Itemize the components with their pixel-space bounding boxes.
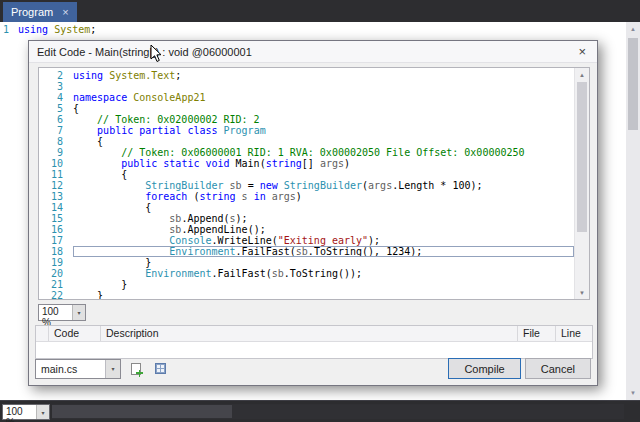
code-text: StringBuilder sb = new StringBuilder(arg… — [73, 180, 574, 191]
line-number: 8 — [39, 136, 73, 147]
code-text: sb.Append(s); — [73, 213, 574, 224]
code-line-15[interactable]: 15 sb.Append(s); — [39, 213, 589, 224]
code-line-6[interactable]: 6 // Token: 0x02000002 RID: 2 — [39, 114, 589, 125]
column-header-file[interactable]: File — [518, 326, 556, 341]
code-line-18[interactable]: 18 Environment.FailFast(sb.ToString(), 1… — [39, 246, 589, 257]
code-line-13[interactable]: 13 foreach (string s in args) — [39, 191, 589, 202]
scroll-down-icon[interactable]: ▼ — [626, 386, 640, 400]
column-header-line[interactable]: Line — [556, 326, 592, 341]
main-bottom-bar: 100 % ▾ — [0, 400, 640, 422]
code-text: // Token: 0x06000001 RID: 1 RVA: 0x00002… — [73, 147, 574, 158]
code-line-2[interactable]: 2using System.Text; — [39, 70, 589, 81]
code-text: using System; — [18, 24, 626, 35]
code-text: } — [73, 279, 574, 290]
cancel-button[interactable]: Cancel — [525, 358, 591, 379]
line-number: 6 — [39, 114, 73, 125]
code-text — [73, 81, 574, 92]
column-header-code[interactable]: Code — [49, 326, 101, 341]
scrollbar-thumb[interactable] — [628, 38, 638, 130]
file-select-combo[interactable]: main.cs ▾ — [35, 359, 121, 379]
code-text: sb.AppendLine(); — [73, 224, 574, 235]
tab-close-icon[interactable]: × — [62, 7, 68, 17]
code-text: } — [73, 257, 574, 268]
dialog-zoom-value: 100 % — [39, 305, 72, 320]
code-line-8[interactable]: 8 { — [39, 136, 589, 147]
close-icon[interactable]: × — [575, 46, 589, 57]
dialog-zoom-combo[interactable]: 100 % ▾ — [38, 304, 86, 321]
tab-program[interactable]: Program × — [3, 2, 77, 22]
code-text: Environment.FailFast(sb.ToString()); — [73, 268, 574, 279]
code-text: public partial class Program — [73, 125, 574, 136]
code-text: } — [73, 290, 574, 300]
compile-button[interactable]: Compile — [448, 358, 520, 379]
code-line-4[interactable]: 4namespace ConsoleApp21 — [39, 92, 589, 103]
code-text: { — [73, 169, 574, 180]
line-number: 2 — [39, 70, 73, 81]
code-line-16[interactable]: 16 sb.AppendLine(); — [39, 224, 589, 235]
line-number: 11 — [39, 169, 73, 180]
add-document-button[interactable] — [125, 359, 146, 378]
line-number: 3 — [39, 81, 73, 92]
code-line-12[interactable]: 12 StringBuilder sb = new StringBuilder(… — [39, 180, 589, 191]
chevron-down-icon[interactable]: ▾ — [36, 405, 49, 419]
dialog-code-editor[interactable]: 2using System.Text;34namespace ConsoleAp… — [38, 67, 590, 300]
code-line-7[interactable]: 7 public partial class Program — [39, 125, 589, 136]
line-number: 21 — [39, 279, 73, 290]
compiler-error-list[interactable]: Code Description File Line — [35, 325, 593, 359]
line-number: 14 — [39, 202, 73, 213]
scroll-up-icon[interactable]: ▲ — [575, 68, 589, 81]
main-zoom-value: 100 % — [3, 405, 36, 419]
dialog-title-bar[interactable]: Edit Code - Main(string[]) : void @06000… — [29, 41, 597, 63]
code-text: { — [73, 103, 574, 114]
line-number: 22 — [39, 290, 73, 300]
code-line-5[interactable]: 5{ — [39, 103, 589, 114]
code-line-21[interactable]: 21 } — [39, 279, 589, 290]
main-zoom-combo[interactable]: 100 % ▾ — [2, 404, 50, 420]
new-document-icon — [131, 363, 141, 375]
scroll-down-icon[interactable]: ▼ — [575, 286, 589, 299]
scrollbar-thumb[interactable] — [577, 82, 587, 232]
scrollbar-thumb[interactable] — [52, 405, 232, 418]
line-number: 10 — [39, 158, 73, 169]
line-number: 18 — [39, 246, 73, 257]
line-number: 20 — [39, 268, 73, 279]
main-editor-vertical-scrollbar[interactable]: ▲ ▼ — [626, 22, 640, 400]
dialog-title: Edit Code - Main(string[]) : void @06000… — [37, 46, 252, 58]
dialog-editor-vertical-scrollbar[interactable]: ▲ ▼ — [574, 68, 589, 299]
dialog-bottom-controls: main.cs ▾ Compile Cancel — [35, 358, 591, 379]
code-line-11[interactable]: 11 { — [39, 169, 589, 180]
code-text: Console.WriteLine("Exiting early"); — [73, 235, 574, 246]
chevron-down-icon[interactable]: ▾ — [72, 305, 85, 320]
background-code-lines: 1using System; — [0, 22, 626, 35]
line-number: 7 — [39, 125, 73, 136]
chevron-down-icon[interactable]: ▾ — [105, 360, 120, 378]
code-line-10[interactable]: 10 public static void Main(string[] args… — [39, 158, 589, 169]
file-select-value: main.cs — [36, 360, 105, 378]
code-line-17[interactable]: 17 Console.WriteLine("Exiting early"); — [39, 235, 589, 246]
code-text: using System.Text; — [73, 70, 574, 81]
line-number: 12 — [39, 180, 73, 191]
dialog-code-lines: 2using System.Text;34namespace ConsoleAp… — [39, 68, 589, 300]
main-horizontal-scrollbar[interactable] — [52, 404, 624, 419]
code-text: foreach (string s in args) — [73, 191, 574, 202]
line-number: 9 — [39, 147, 73, 158]
code-text: { — [73, 136, 574, 147]
scroll-up-icon[interactable]: ▲ — [626, 22, 640, 36]
code-line-20[interactable]: 20 Environment.FailFast(sb.ToString()); — [39, 268, 589, 279]
line-number: 16 — [39, 224, 73, 235]
code-line-1[interactable]: 1using System; — [0, 24, 626, 35]
column-header-description[interactable]: Description — [101, 326, 518, 341]
code-line-9[interactable]: 9 // Token: 0x06000001 RID: 1 RVA: 0x000… — [39, 147, 589, 158]
add-reference-button[interactable] — [150, 359, 171, 378]
tab-strip: Program × — [0, 0, 640, 22]
code-line-3[interactable]: 3 — [39, 81, 589, 92]
line-number: 19 — [39, 257, 73, 268]
code-line-22[interactable]: 22 } — [39, 290, 589, 300]
code-text: public static void Main(string[] args) — [73, 158, 574, 169]
dnspy-main-window: { "icons": { "dropdown": "▾", "scroll_up… — [0, 0, 640, 422]
edit-code-dialog: Edit Code - Main(string[]) : void @06000… — [28, 40, 598, 386]
error-list-header: Code Description File Line — [36, 326, 592, 342]
code-line-19[interactable]: 19 } — [39, 257, 589, 268]
code-text: Environment.FailFast(sb.ToString(), 1234… — [73, 246, 574, 257]
code-line-14[interactable]: 14 { — [39, 202, 589, 213]
